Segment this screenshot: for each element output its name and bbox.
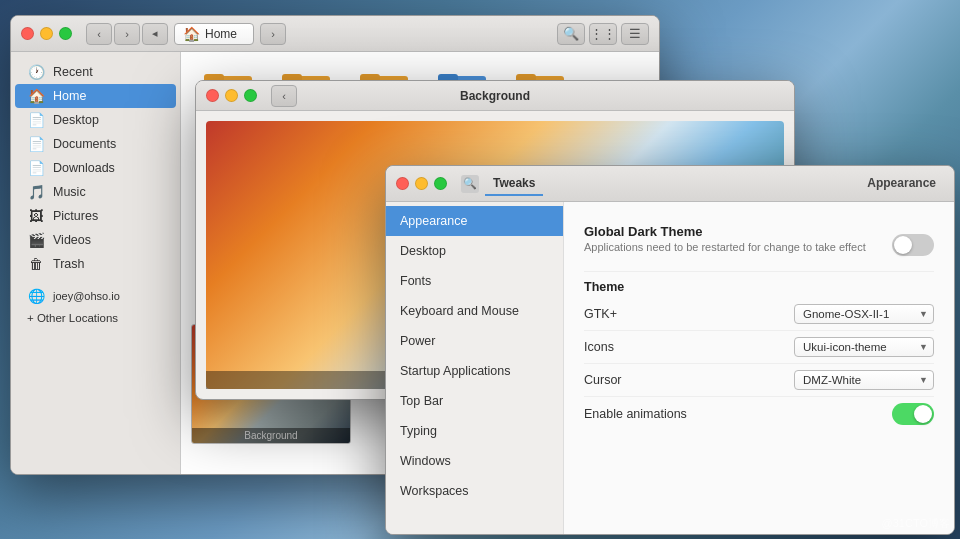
- recent-icon: 🕐: [27, 64, 45, 80]
- bg-minimize-button[interactable]: [225, 89, 238, 102]
- sidebar-label-email: joey@ohso.io: [53, 290, 120, 302]
- tweaks-sidebar: Appearance Desktop Fonts Keyboard and Mo…: [386, 202, 564, 534]
- sidebar-label-trash: Trash: [53, 257, 85, 271]
- cursor-dropdown-wrapper: DMZ-WhiteDMZ-BlackAdwaitaBreeze: [794, 370, 934, 390]
- cursor-label: Cursor: [584, 373, 622, 387]
- search-button[interactable]: 🔍: [557, 23, 585, 45]
- search-icon[interactable]: 🔍: [461, 175, 479, 193]
- nav-desktop[interactable]: Desktop: [386, 236, 563, 266]
- videos-icon: 🎬: [27, 232, 45, 248]
- close-button[interactable]: [21, 27, 34, 40]
- animations-toggle-knob: [914, 405, 932, 423]
- gtk-label: GTK+: [584, 307, 617, 321]
- animations-label: Enable animations: [584, 407, 687, 421]
- back-button[interactable]: ‹: [86, 23, 112, 45]
- minimize-button[interactable]: [40, 27, 53, 40]
- email-icon: 🌐: [27, 288, 45, 304]
- tweaks-body: Appearance Desktop Fonts Keyboard and Mo…: [386, 202, 954, 534]
- sidebar-label-other: + Other Locations: [27, 312, 118, 324]
- sidebar-label-home: Home: [53, 89, 86, 103]
- nav-typing[interactable]: Typing: [386, 416, 563, 446]
- bg-close-button[interactable]: [206, 89, 219, 102]
- sidebar-item-pictures[interactable]: 🖼 Pictures: [15, 204, 176, 228]
- cursor-row: Cursor DMZ-WhiteDMZ-BlackAdwaitaBreeze: [584, 364, 934, 397]
- sidebar-item-documents[interactable]: 📄 Documents: [15, 132, 176, 156]
- tweaks-window: 🔍 Tweaks Appearance Appearance Desktop F…: [385, 165, 955, 535]
- fm-titlebar: ‹ › ◂ 🏠 Home › 🔍 ⋮⋮ ☰: [11, 16, 659, 52]
- pictures-icon: 🖼: [27, 208, 45, 224]
- location-text: Home: [205, 27, 237, 41]
- icons-label: Icons: [584, 340, 614, 354]
- sidebar-item-desktop[interactable]: 📄 Desktop: [15, 108, 176, 132]
- tweaks-right-content: Global Dark Theme Applications need to b…: [564, 202, 954, 534]
- sidebar-label-pictures: Pictures: [53, 209, 98, 223]
- dark-theme-sublabel: Applications need to be restarted for ch…: [584, 241, 866, 253]
- icons-dropdown[interactable]: Ukui-icon-themeHicolorPapirusNumix: [794, 337, 934, 357]
- gtk-dropdown[interactable]: Gnome-OSX-II-1AdwaitaArcFlat-Remix: [794, 304, 934, 324]
- nav-keyboard[interactable]: Keyboard and Mouse: [386, 296, 563, 326]
- documents-icon: 📄: [27, 136, 45, 152]
- sidebar-item-downloads[interactable]: 📄 Downloads: [15, 156, 176, 180]
- nav-topbar[interactable]: Top Bar: [386, 386, 563, 416]
- grid-view-button[interactable]: ⋮⋮: [589, 23, 617, 45]
- fm-sidebar: 🕐 Recent 🏠 Home 📄 Desktop 📄 Documents 📄 …: [11, 52, 181, 474]
- menu-button[interactable]: ☰: [621, 23, 649, 45]
- sidebar-item-home[interactable]: 🏠 Home: [15, 84, 176, 108]
- nav-buttons: ‹ › ◂: [86, 23, 168, 45]
- nav-power[interactable]: Power: [386, 326, 563, 356]
- dark-theme-row: Global Dark Theme Applications need to b…: [584, 218, 934, 272]
- bg-window-title: Background: [460, 89, 530, 103]
- icons-dropdown-wrapper: Ukui-icon-themeHicolorPapirusNumix: [794, 337, 934, 357]
- bg-back-button[interactable]: ‹: [271, 85, 297, 107]
- dark-theme-toggle[interactable]: [892, 234, 934, 256]
- animations-toggle[interactable]: [892, 403, 934, 425]
- home-nav-icon: 🏠: [27, 88, 45, 104]
- dark-theme-toggle-knob: [894, 236, 912, 254]
- sidebar-label-recent: Recent: [53, 65, 93, 79]
- tab-appearance-title: Appearance: [859, 172, 944, 196]
- nav-appearance[interactable]: Appearance: [386, 206, 563, 236]
- sidebar-item-other[interactable]: + Other Locations: [15, 308, 176, 328]
- prev-button[interactable]: ◂: [142, 23, 168, 45]
- location-bar[interactable]: 🏠 Home: [174, 23, 254, 45]
- sidebar-item-trash[interactable]: 🗑 Trash: [15, 252, 176, 276]
- downloads-icon: 📄: [27, 160, 45, 176]
- nav-startup[interactable]: Startup Applications: [386, 356, 563, 386]
- gtk-row: GTK+ Gnome-OSX-II-1AdwaitaArcFlat-Remix: [584, 298, 934, 331]
- sidebar-item-videos[interactable]: 🎬 Videos: [15, 228, 176, 252]
- titlebar-controls: 🔍 ⋮⋮ ☰: [557, 23, 649, 45]
- tweaks-tabs: Tweaks Appearance: [485, 172, 944, 196]
- tweaks-maximize-button[interactable]: [434, 177, 447, 190]
- animations-row: Enable animations: [584, 397, 934, 431]
- sidebar-label-music: Music: [53, 185, 86, 199]
- music-icon: 🎵: [27, 184, 45, 200]
- icons-row: Icons Ukui-icon-themeHicolorPapirusNumix: [584, 331, 934, 364]
- forward-button[interactable]: ›: [114, 23, 140, 45]
- image-preview-label: Background: [192, 428, 350, 443]
- next-path-button[interactable]: ›: [260, 23, 286, 45]
- tweaks-minimize-button[interactable]: [415, 177, 428, 190]
- dark-theme-label-group: Global Dark Theme Applications need to b…: [584, 224, 866, 265]
- tab-tweaks[interactable]: Tweaks: [485, 172, 543, 196]
- nav-windows[interactable]: Windows: [386, 446, 563, 476]
- sidebar-label-documents: Documents: [53, 137, 116, 151]
- gtk-dropdown-wrapper: Gnome-OSX-II-1AdwaitaArcFlat-Remix: [794, 304, 934, 324]
- sidebar-label-desktop: Desktop: [53, 113, 99, 127]
- tweaks-close-button[interactable]: [396, 177, 409, 190]
- bg-titlebar: ‹ Background: [196, 81, 794, 111]
- nav-fonts[interactable]: Fonts: [386, 266, 563, 296]
- bg-maximize-button[interactable]: [244, 89, 257, 102]
- tweaks-titlebar: 🔍 Tweaks Appearance: [386, 166, 954, 202]
- maximize-button[interactable]: [59, 27, 72, 40]
- cursor-dropdown[interactable]: DMZ-WhiteDMZ-BlackAdwaitaBreeze: [794, 370, 934, 390]
- sidebar-label-downloads: Downloads: [53, 161, 115, 175]
- home-icon: 🏠: [183, 26, 200, 42]
- sidebar-item-email[interactable]: 🌐 joey@ohso.io: [15, 284, 176, 308]
- trash-icon: 🗑: [27, 256, 45, 272]
- sidebar-item-music[interactable]: 🎵 Music: [15, 180, 176, 204]
- theme-section-label: Theme: [584, 280, 934, 294]
- nav-workspaces[interactable]: Workspaces: [386, 476, 563, 506]
- watermark: @31CTO博客: [882, 516, 950, 531]
- sidebar-item-recent[interactable]: 🕐 Recent: [15, 60, 176, 84]
- sidebar-label-videos: Videos: [53, 233, 91, 247]
